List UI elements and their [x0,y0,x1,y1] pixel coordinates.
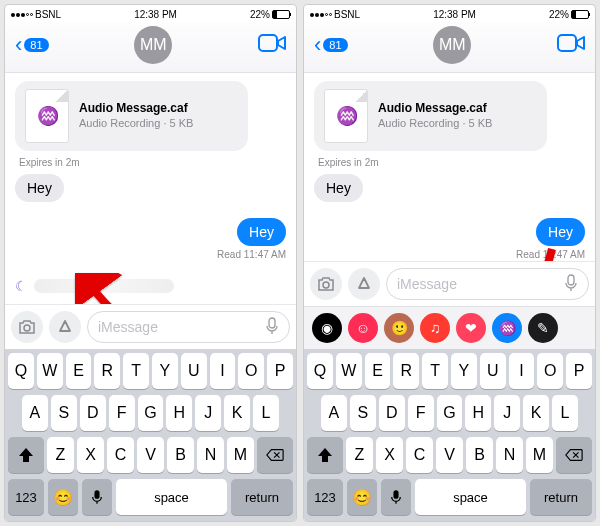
key-a[interactable]: A [321,395,347,431]
key-p[interactable]: P [566,353,592,389]
numbers-key[interactable]: 123 [8,479,44,515]
back-button[interactable]: ‹ 81 [15,34,49,56]
key-h[interactable]: H [465,395,491,431]
audio-subtitle: Audio Recording · 5 KB [79,117,193,130]
key-n[interactable]: N [197,437,224,473]
key-y[interactable]: Y [451,353,477,389]
app-activity-icon[interactable]: ◉ [312,313,342,343]
key-j[interactable]: J [195,395,221,431]
status-bar: BSNL 12:38 PM 22% [304,5,595,22]
backspace-key[interactable] [556,437,592,473]
key-c[interactable]: C [107,437,134,473]
key-w[interactable]: W [336,353,362,389]
emoji-key[interactable]: 😊 [347,479,377,515]
key-b[interactable]: B [466,437,493,473]
carrier-label: BSNL [334,9,360,20]
key-h[interactable]: H [166,395,192,431]
numbers-key[interactable]: 123 [307,479,343,515]
dictate-icon[interactable] [564,274,578,295]
shift-key[interactable] [8,437,44,473]
key-y[interactable]: Y [152,353,178,389]
key-g[interactable]: G [138,395,164,431]
key-x[interactable]: X [77,437,104,473]
chevron-left-icon: ‹ [314,34,321,56]
key-j[interactable]: J [494,395,520,431]
key-r[interactable]: R [94,353,120,389]
key-c[interactable]: C [406,437,433,473]
message-placeholder: iMessage [397,276,457,292]
key-p[interactable]: P [267,353,293,389]
key-k[interactable]: K [523,395,549,431]
space-key[interactable]: space [415,479,526,515]
key-f[interactable]: F [408,395,434,431]
key-d[interactable]: D [80,395,106,431]
key-z[interactable]: Z [47,437,74,473]
key-o[interactable]: O [238,353,264,389]
app-digital-touch-icon[interactable]: ❤ [456,313,486,343]
app-images-icon[interactable]: ✎ [528,313,558,343]
key-i[interactable]: I [210,353,236,389]
key-e[interactable]: E [66,353,92,389]
backspace-key[interactable] [257,437,293,473]
audio-message-bubble[interactable]: ♒ Audio Message.caf Audio Recording · 5 … [314,81,547,151]
app-drawer[interactable]: ◉☺🙂♫❤♒✎ [304,306,595,349]
space-key[interactable]: space [116,479,227,515]
emoji-key[interactable]: 😊 [48,479,78,515]
shift-key[interactable] [307,437,343,473]
key-q[interactable]: Q [8,353,34,389]
mic-key[interactable] [82,479,112,515]
mic-key[interactable] [381,479,411,515]
svg-rect-7 [393,490,398,499]
app-memoji-icon[interactable]: 🙂 [384,313,414,343]
message-input[interactable]: iMessage [386,268,589,300]
avatar-initials: MM [439,36,466,54]
audio-message-bubble[interactable]: ♒ Audio Message.caf Audio Recording · 5 … [15,81,248,151]
app-store-button[interactable] [49,311,81,343]
key-s[interactable]: S [51,395,77,431]
key-l[interactable]: L [552,395,578,431]
avatar[interactable]: MM [433,26,471,64]
clock: 12:38 PM [134,9,177,20]
svg-rect-6 [568,275,574,285]
key-t[interactable]: T [422,353,448,389]
key-f[interactable]: F [109,395,135,431]
key-k[interactable]: K [224,395,250,431]
back-button[interactable]: ‹ 81 [314,34,348,56]
key-t[interactable]: T [123,353,149,389]
dictate-icon[interactable] [265,317,279,338]
key-l[interactable]: L [253,395,279,431]
app-store-button[interactable] [348,268,380,300]
key-m[interactable]: M [227,437,254,473]
camera-button[interactable] [11,311,43,343]
avatar[interactable]: MM [134,26,172,64]
app-audio-icon[interactable]: ♒ [492,313,522,343]
key-d[interactable]: D [379,395,405,431]
key-v[interactable]: V [436,437,463,473]
key-v[interactable]: V [137,437,164,473]
return-key[interactable]: return [231,479,293,515]
key-q[interactable]: Q [307,353,333,389]
camera-button[interactable] [310,268,342,300]
key-w[interactable]: W [37,353,63,389]
key-s[interactable]: S [350,395,376,431]
key-n[interactable]: N [496,437,523,473]
facetime-button[interactable] [258,33,286,57]
key-x[interactable]: X [376,437,403,473]
return-key[interactable]: return [530,479,592,515]
app-apple-music-icon[interactable]: ♫ [420,313,450,343]
audio-title: Audio Message.caf [378,101,492,115]
key-a[interactable]: A [22,395,48,431]
key-i[interactable]: I [509,353,535,389]
key-r[interactable]: R [393,353,419,389]
key-g[interactable]: G [437,395,463,431]
key-m[interactable]: M [526,437,553,473]
key-o[interactable]: O [537,353,563,389]
message-input[interactable]: iMessage [87,311,290,343]
facetime-button[interactable] [557,33,585,57]
key-u[interactable]: U [480,353,506,389]
key-u[interactable]: U [181,353,207,389]
key-e[interactable]: E [365,353,391,389]
key-b[interactable]: B [167,437,194,473]
app-animoji-icon[interactable]: ☺ [348,313,378,343]
key-z[interactable]: Z [346,437,373,473]
